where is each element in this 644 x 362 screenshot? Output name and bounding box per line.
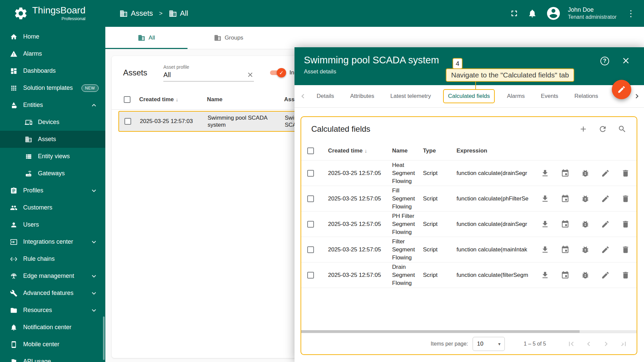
row-checkbox[interactable] <box>307 272 314 279</box>
table-row[interactable]: 2025-03-25 12:57:05 Drain Segment Flowin… <box>301 262 637 288</box>
tab-attributes[interactable]: Attributes <box>342 85 382 107</box>
events-icon[interactable] <box>561 271 570 280</box>
delete-icon[interactable] <box>621 245 630 254</box>
column-expression[interactable]: Expression <box>457 147 536 154</box>
search-icon[interactable] <box>618 125 627 133</box>
edit-icon[interactable] <box>601 271 610 280</box>
help-icon[interactable]: ? <box>600 57 609 65</box>
row-checkbox[interactable] <box>307 170 314 177</box>
breadcrumb-assets[interactable]: Assets <box>119 9 153 18</box>
row-checkbox[interactable] <box>307 195 314 202</box>
column-created-time[interactable]: Created time↓ <box>139 96 207 103</box>
breadcrumb-all[interactable]: All <box>169 9 188 18</box>
first-page-icon[interactable] <box>567 340 576 348</box>
sidebar-item-integrations-center[interactable]: Integrations center <box>0 233 105 250</box>
next-page-icon[interactable] <box>602 340 610 348</box>
sidebar-item-entity-views[interactable]: Entity views <box>0 148 105 165</box>
sidebar-item-dashboards[interactable]: Dashboards <box>0 62 105 79</box>
sidebar-item-advanced-features[interactable]: Advanced features <box>0 285 105 302</box>
tab-details[interactable]: Details <box>309 85 342 107</box>
row-checkbox[interactable] <box>307 221 314 228</box>
debug-bug-icon[interactable] <box>581 194 590 203</box>
debug-bug-icon[interactable] <box>581 220 590 229</box>
sidebar-item-entities[interactable]: Entities <box>0 97 105 114</box>
sidebar-item-api-usage[interactable]: API usage <box>0 353 105 362</box>
sidebar-item-home[interactable]: Home <box>0 28 105 45</box>
tab-calculated-fields[interactable]: Calculated fields <box>439 85 499 107</box>
tab-events[interactable]: Events <box>533 85 566 107</box>
select-all-checkbox[interactable] <box>307 147 314 154</box>
table-row[interactable]: 2025-03-25 12:57:05 PH Filter Segment Fl… <box>301 212 637 237</box>
refresh-icon[interactable] <box>598 125 607 133</box>
delete-icon[interactable] <box>621 194 630 203</box>
events-icon[interactable] <box>561 169 570 178</box>
sidebar-item-assets[interactable]: Assets <box>0 131 105 148</box>
tab-latest-telemetry[interactable]: Latest telemetry <box>382 85 439 107</box>
events-icon[interactable] <box>561 220 570 229</box>
sidebar-item-rule-chains[interactable]: Rule chains <box>0 250 105 267</box>
row-checkbox[interactable] <box>307 246 314 253</box>
include-toggle[interactable]: ✓ <box>270 70 285 76</box>
sidebar-scrollbar[interactable] <box>103 316 105 360</box>
tab-alarms[interactable]: Alarms <box>499 85 533 107</box>
events-icon[interactable] <box>561 245 570 254</box>
last-page-icon[interactable] <box>619 340 628 348</box>
column-name[interactable]: Name <box>207 96 284 103</box>
notifications-bell-icon[interactable] <box>528 9 537 18</box>
table-row[interactable]: 2025-03-25 12:57:05 Filter Segment Flowi… <box>301 237 637 262</box>
horizontal-scrollbar[interactable] <box>301 330 637 333</box>
clear-filter-icon[interactable] <box>247 71 254 78</box>
thingsboard-logo[interactable]: ThingsBoard Professional <box>0 6 105 21</box>
tabs-scroll-left-icon[interactable] <box>297 90 309 102</box>
edit-fab-button[interactable] <box>612 80 631 99</box>
download-icon[interactable] <box>541 220 549 229</box>
check-icon: ✓ <box>279 70 283 76</box>
scrollbar-thumb[interactable] <box>301 330 580 333</box>
column-name[interactable]: Name <box>392 147 423 154</box>
sidebar-item-gateways[interactable]: Gateways <box>0 165 105 182</box>
events-icon[interactable] <box>561 194 570 203</box>
edit-icon[interactable] <box>601 194 610 203</box>
sidebar-item-profiles[interactable]: Profiles <box>0 182 105 199</box>
sidebar-item-alarms[interactable]: Alarms <box>0 45 105 62</box>
delete-icon[interactable] <box>621 271 630 280</box>
debug-bug-icon[interactable] <box>581 169 590 178</box>
tab-relations[interactable]: Relations <box>566 85 606 107</box>
previous-page-icon[interactable] <box>584 340 593 348</box>
edit-icon[interactable] <box>601 245 610 254</box>
asset-profile-filter[interactable]: Asset profile All <box>163 64 254 81</box>
table-row[interactable]: 2025-03-25 12:57:05 Fill Segment Flowing… <box>301 186 637 212</box>
delete-icon[interactable] <box>621 220 630 229</box>
close-icon[interactable] <box>621 56 631 65</box>
sidebar-item-users[interactable]: Users <box>0 216 105 233</box>
debug-bug-icon[interactable] <box>581 271 590 280</box>
download-icon[interactable] <box>541 245 549 254</box>
row-checkbox[interactable] <box>124 118 131 125</box>
sidebar-item-customers[interactable]: Customers <box>0 199 105 216</box>
tabs-scroll-right-icon[interactable] <box>630 85 644 107</box>
edit-icon[interactable] <box>601 169 610 178</box>
items-per-page-select[interactable]: 10 ▾ <box>473 337 505 351</box>
sidebar-item-edge-management[interactable]: Edge management <box>0 267 105 285</box>
debug-bug-icon[interactable] <box>581 245 590 254</box>
sidebar-item-devices[interactable]: Devices <box>0 114 105 131</box>
sidebar-item-notification-center[interactable]: Notification center <box>0 319 105 336</box>
avatar[interactable] <box>546 6 561 21</box>
kebab-menu-icon[interactable]: ⋮ <box>625 9 637 18</box>
fullscreen-icon[interactable] <box>509 9 519 18</box>
column-type[interactable]: Type <box>423 147 457 154</box>
download-icon[interactable] <box>541 194 549 203</box>
select-all-checkbox[interactable] <box>124 96 130 103</box>
sidebar-item-mobile-center[interactable]: Mobile center <box>0 336 105 353</box>
download-icon[interactable] <box>541 169 549 178</box>
delete-icon[interactable] <box>621 169 630 178</box>
sidebar-item-resources[interactable]: Resources <box>0 302 105 319</box>
column-created-time[interactable]: Created time↓ <box>323 147 392 154</box>
sidebar-item-solution-templates[interactable]: Solution templates NEW <box>0 79 105 97</box>
tab-groups[interactable]: Groups <box>187 27 270 49</box>
download-icon[interactable] <box>541 271 549 280</box>
add-calculated-field-icon[interactable] <box>579 125 588 133</box>
tab-all[interactable]: All <box>105 27 187 49</box>
edit-icon[interactable] <box>601 220 610 229</box>
table-row[interactable]: 2025-03-25 12:57:05 Heat Segment Flowing… <box>301 161 637 186</box>
